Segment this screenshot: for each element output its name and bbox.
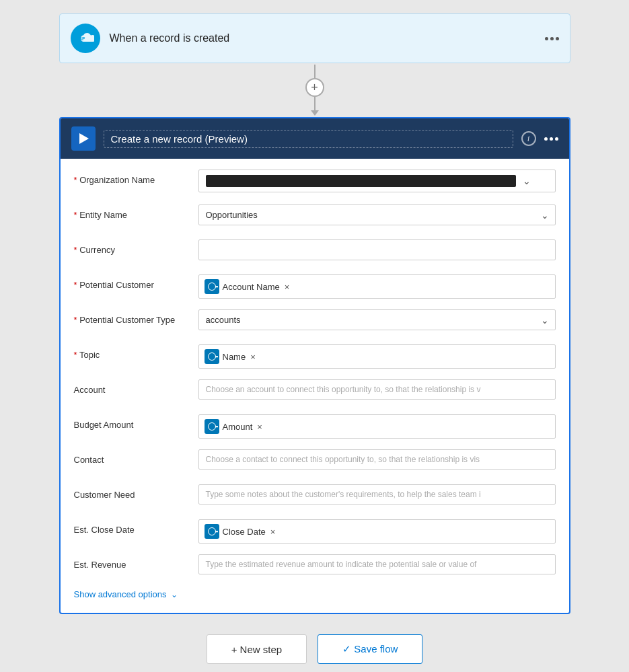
entity-name-control: Opportunities ⌄ bbox=[198, 204, 556, 225]
connector-line-top bbox=[314, 65, 316, 78]
est-revenue-input[interactable]: Type the estimated revenue amount to ind… bbox=[198, 554, 556, 574]
org-name-select-wrap: ⌄ bbox=[198, 170, 556, 192]
action-card: Create a new record (Preview) i Organiza… bbox=[59, 117, 570, 614]
show-advanced-button[interactable]: Show advanced options ⌄ bbox=[74, 589, 556, 599]
svg-text:SF: SF bbox=[79, 36, 85, 42]
action-header: Create a new record (Preview) i bbox=[61, 118, 569, 159]
currency-label: Currency bbox=[74, 239, 198, 255]
potential-customer-type-select-wrap: accounts ⌄ bbox=[198, 309, 556, 330]
topic-tag-text: Name bbox=[223, 352, 246, 362]
contact-label: Contact bbox=[74, 449, 198, 465]
salesforce-logo: SF bbox=[77, 30, 94, 47]
account-control: Choose an account to connect this opport… bbox=[198, 379, 556, 400]
org-name-label: Organization Name bbox=[74, 170, 198, 185]
budget-amount-tag-icon bbox=[205, 419, 219, 434]
org-name-input[interactable]: ⌄ bbox=[198, 170, 556, 192]
org-name-redacted-bar bbox=[206, 175, 516, 187]
currency-input[interactable]: AUD bbox=[198, 239, 556, 260]
contact-row: Contact Choose a contact to connect this… bbox=[74, 449, 556, 475]
customer-need-placeholder: Type some notes about the customer's req… bbox=[206, 490, 481, 499]
potential-customer-tag-close[interactable]: × bbox=[285, 282, 290, 292]
est-close-date-tag-input[interactable]: Close Date × bbox=[198, 519, 556, 544]
budget-amount-tag-icon-inner bbox=[208, 422, 216, 431]
action-body: Organization Name ⌄ Entity Name bbox=[61, 159, 569, 613]
show-advanced-chevron: ⌄ bbox=[171, 590, 178, 599]
trigger-more-button[interactable] bbox=[545, 37, 559, 40]
entity-name-select[interactable]: Opportunities bbox=[198, 204, 556, 225]
account-row: Account Choose an account to connect thi… bbox=[74, 379, 556, 405]
customer-need-label: Customer Need bbox=[74, 484, 198, 500]
potential-customer-type-control: accounts ⌄ bbox=[198, 309, 556, 330]
potential-customer-row: Potential Customer Account Name × bbox=[74, 274, 556, 300]
topic-tag-icon-inner bbox=[208, 352, 216, 361]
est-close-date-tag-close[interactable]: × bbox=[270, 527, 276, 537]
budget-amount-tag-input[interactable]: Amount × bbox=[198, 414, 556, 439]
svg-marker-1 bbox=[79, 133, 89, 144]
est-revenue-label: Est. Revenue bbox=[74, 554, 198, 570]
action-more-button[interactable] bbox=[544, 137, 558, 141]
flow-container: SF When a record is created + Create a n… bbox=[46, 13, 584, 664]
est-revenue-control: Type the estimated revenue amount to ind… bbox=[198, 554, 556, 574]
topic-tag-input[interactable]: Name × bbox=[198, 344, 556, 369]
potential-customer-type-label-text: Potential Customer Type bbox=[79, 315, 175, 325]
account-placeholder: Choose an account to connect this opport… bbox=[206, 385, 481, 394]
account-input[interactable]: Choose an account to connect this opport… bbox=[198, 379, 556, 400]
bottom-actions: + New step ✓ Save flow bbox=[207, 634, 423, 664]
action-title: Create a new record (Preview) bbox=[111, 133, 248, 145]
est-close-date-row: Est. Close Date Close Date × bbox=[74, 519, 556, 545]
add-step-button[interactable]: + bbox=[305, 78, 324, 97]
org-name-control: ⌄ bbox=[198, 170, 556, 192]
connector-arrow bbox=[311, 110, 319, 116]
org-name-row: Organization Name ⌄ bbox=[74, 170, 556, 195]
potential-customer-label: Potential Customer bbox=[74, 274, 198, 290]
entity-name-row: Entity Name Opportunities ⌄ bbox=[74, 204, 556, 230]
potential-customer-tag-icon bbox=[205, 279, 219, 294]
customer-need-input[interactable]: Type some notes about the customer's req… bbox=[198, 484, 556, 505]
account-label: Account bbox=[74, 379, 198, 395]
potential-customer-tag-input[interactable]: Account Name × bbox=[198, 274, 556, 299]
connector: + bbox=[305, 65, 324, 116]
est-close-date-tag-text: Close Date bbox=[223, 527, 266, 537]
customer-need-control: Type some notes about the customer's req… bbox=[198, 484, 556, 505]
action-title-text: Create a new record (Preview) bbox=[111, 133, 248, 145]
new-step-button[interactable]: + New step bbox=[207, 634, 307, 664]
topic-chip: Name × bbox=[205, 349, 256, 364]
topic-tag-icon bbox=[205, 349, 219, 364]
potential-customer-type-select[interactable]: accounts bbox=[198, 309, 556, 330]
customer-need-row: Customer Need Type some notes about the … bbox=[74, 484, 556, 510]
est-close-date-control: Close Date × bbox=[198, 519, 556, 544]
potential-customer-chip: Account Name × bbox=[205, 279, 290, 294]
action-title-wrap: Create a new record (Preview) bbox=[104, 130, 513, 148]
info-icon[interactable]: i bbox=[521, 131, 536, 146]
trigger-card: SF When a record is created bbox=[59, 13, 570, 63]
contact-input[interactable]: Choose a contact to connect this opportu… bbox=[198, 449, 556, 470]
budget-amount-control: Amount × bbox=[198, 414, 556, 439]
potential-customer-tag-icon-inner bbox=[208, 283, 216, 291]
est-close-date-chip: Close Date × bbox=[205, 524, 276, 539]
topic-label: Topic bbox=[74, 344, 198, 360]
topic-row: Topic Name × bbox=[74, 344, 556, 370]
budget-amount-tag-text: Amount bbox=[223, 422, 253, 432]
contact-placeholder: Choose a contact to connect this opportu… bbox=[206, 455, 480, 464]
org-name-dropdown-arrow: ⌄ bbox=[523, 176, 531, 186]
currency-control: AUD bbox=[198, 239, 556, 260]
show-advanced-label: Show advanced options bbox=[74, 589, 167, 599]
action-icon bbox=[71, 126, 96, 151]
save-flow-button[interactable]: ✓ Save flow bbox=[318, 634, 422, 664]
action-icon-svg bbox=[76, 131, 91, 146]
trigger-icon: SF bbox=[71, 24, 100, 53]
potential-customer-control: Account Name × bbox=[198, 274, 556, 299]
potential-customer-type-row: Potential Customer Type accounts ⌄ bbox=[74, 309, 556, 335]
budget-amount-row: Budget Amount Amount × bbox=[74, 414, 556, 440]
est-revenue-row: Est. Revenue Type the estimated revenue … bbox=[74, 554, 556, 580]
topic-control: Name × bbox=[198, 344, 556, 369]
entity-name-label: Entity Name bbox=[74, 204, 198, 220]
est-close-date-tag-icon-inner bbox=[208, 527, 216, 535]
topic-tag-close[interactable]: × bbox=[250, 352, 256, 362]
currency-row: Currency AUD bbox=[74, 239, 556, 265]
budget-amount-label: Budget Amount bbox=[74, 414, 198, 430]
potential-customer-tag-text: Account Name bbox=[223, 282, 280, 292]
action-header-icons: i bbox=[521, 131, 558, 146]
budget-amount-tag-close[interactable]: × bbox=[257, 422, 262, 432]
budget-amount-chip: Amount × bbox=[205, 419, 262, 434]
